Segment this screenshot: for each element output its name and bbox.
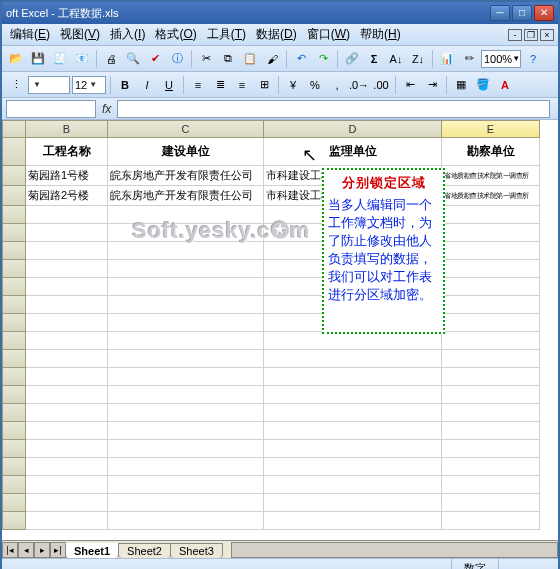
row-header[interactable] [2,422,26,440]
comma-icon[interactable]: , [327,75,347,95]
spell-icon[interactable]: ✔ [145,49,165,69]
menu-data[interactable]: 数据(D) [252,24,301,45]
cell[interactable] [442,458,540,476]
cell[interactable] [108,278,264,296]
cell[interactable] [108,386,264,404]
tab-nav-prev[interactable]: ◂ [18,542,34,558]
undo-icon[interactable]: ↶ [291,49,311,69]
save-icon[interactable]: 💾 [28,49,48,69]
open-icon[interactable]: 📂 [6,49,26,69]
minimize-button[interactable]: ─ [490,5,510,21]
mail-icon[interactable]: 📧 [72,49,92,69]
cell[interactable] [26,404,108,422]
cell[interactable]: 皖东房地产开发有限责任公司 [108,166,264,186]
horizontal-scrollbar[interactable] [231,542,558,558]
row-header[interactable] [2,440,26,458]
formula-input[interactable] [117,100,550,118]
mdi-restore[interactable]: ❐ [524,29,538,41]
cell[interactable] [442,368,540,386]
format-painter-icon[interactable]: 🖌 [262,49,282,69]
row-header[interactable] [2,138,26,166]
cell[interactable] [442,260,540,278]
col-header-C[interactable]: C [108,120,264,138]
cell[interactable] [264,476,442,494]
row-header[interactable] [2,242,26,260]
cell[interactable] [264,368,442,386]
cell[interactable] [108,242,264,260]
cell[interactable] [442,512,540,530]
tab-nav-first[interactable]: |◂ [2,542,18,558]
cell[interactable] [26,242,108,260]
cut-icon[interactable]: ✂ [196,49,216,69]
cell[interactable] [442,242,540,260]
cell[interactable] [108,494,264,512]
cell[interactable] [108,296,264,314]
menu-view[interactable]: 视图(V) [56,24,104,45]
dec-indent-icon[interactable]: ⇤ [400,75,420,95]
sort-desc-icon[interactable]: Z↓ [408,49,428,69]
hyperlink-icon[interactable]: 🔗 [342,49,362,69]
inc-indent-icon[interactable]: ⇥ [422,75,442,95]
cell[interactable] [26,314,108,332]
cell[interactable] [108,404,264,422]
paste-icon[interactable]: 📋 [240,49,260,69]
row-header[interactable] [2,166,26,186]
redo-icon[interactable]: ↷ [313,49,333,69]
sheet-tab[interactable]: Sheet2 [118,543,171,558]
row-header[interactable] [2,386,26,404]
cell[interactable] [108,332,264,350]
sheet-tab[interactable]: Sheet1 [65,543,119,558]
cell[interactable] [108,422,264,440]
close-button[interactable]: ✕ [534,5,554,21]
row-header[interactable] [2,404,26,422]
cell[interactable] [26,422,108,440]
preview-icon[interactable]: 🔍 [123,49,143,69]
cell[interactable] [26,476,108,494]
cell[interactable] [108,350,264,368]
cell[interactable]: 皖东房地产开发有限责任公司 [108,186,264,206]
inc-decimal-icon[interactable]: .0→ [349,75,369,95]
row-header[interactable] [2,314,26,332]
cell[interactable] [442,314,540,332]
borders-icon[interactable]: ▦ [451,75,471,95]
sum-icon[interactable]: Σ [364,49,384,69]
bold-button[interactable]: B [115,75,135,95]
permission-icon[interactable]: 🧾 [50,49,70,69]
copy-icon[interactable]: ⧉ [218,49,238,69]
help-icon[interactable]: ? [523,49,543,69]
print-icon[interactable]: 🖨 [101,49,121,69]
row-header[interactable] [2,332,26,350]
currency-icon[interactable]: ¥ [283,75,303,95]
row-header[interactable] [2,206,26,224]
zoom-select[interactable]: 100%▼ [481,50,521,68]
cell[interactable] [108,476,264,494]
cell[interactable] [442,476,540,494]
cell[interactable] [26,278,108,296]
worksheet-grid[interactable]: B C D E 工程名称 建设单位 监理单位 勘察单位 菊园路1号楼 皖东房地产… [2,120,558,540]
row-header[interactable] [2,296,26,314]
cell[interactable] [26,206,108,224]
mdi-minimize[interactable]: - [508,29,522,41]
fill-color-icon[interactable]: 🪣 [473,75,493,95]
row-header[interactable] [2,224,26,242]
col-header-D[interactable]: D [264,120,442,138]
header-cell[interactable]: 建设单位 [108,138,264,166]
row-header[interactable] [2,350,26,368]
cell[interactable] [26,350,108,368]
cell[interactable] [26,494,108,512]
menu-tools[interactable]: 工具(T) [203,24,250,45]
cell[interactable] [26,440,108,458]
cell[interactable] [264,422,442,440]
cell[interactable] [26,512,108,530]
cell[interactable] [264,332,442,350]
row-header[interactable] [2,494,26,512]
cell[interactable] [442,386,540,404]
cell[interactable] [26,332,108,350]
cell[interactable] [26,368,108,386]
cell[interactable]: 省地质勘查技术院第一调查所 [442,166,540,186]
drawing-icon[interactable]: ✏ [459,49,479,69]
cell[interactable] [26,458,108,476]
cell[interactable] [264,404,442,422]
cell[interactable] [108,368,264,386]
cell[interactable] [108,224,264,242]
